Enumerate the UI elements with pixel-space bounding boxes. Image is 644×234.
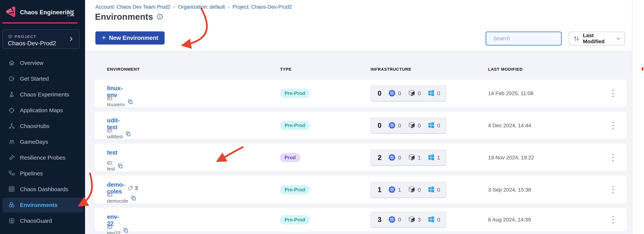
infrastructure-summary[interactable]: 1 1 <box>370 182 446 198</box>
column-header-infrastructure: INFRASTRUCTURE <box>370 67 411 72</box>
kubernetes-count: 0 <box>398 122 401 129</box>
table-header-row: ENVIRONMENT TYPE INFRASTRUCTURE LAST MOD… <box>94 67 627 73</box>
infrastructure-total-count: 1 <box>378 186 382 194</box>
chaos-engineering-app: Chaos Engineering PROJECT Chaos-Dev-Prod… <box>0 0 644 234</box>
windows-count: 0 <box>437 217 440 223</box>
brand-header: Chaos Engineering <box>0 0 85 22</box>
search-input[interactable] <box>493 35 562 42</box>
breadcrumb: Account: Chaos Dev Team Prod2 › Organiza… <box>95 4 292 10</box>
sidebar-item-overview[interactable]: Overview <box>0 55 85 70</box>
svg-text:$: $ <box>412 93 414 95</box>
sidebar-item-environments[interactable]: Environments <box>2 198 83 213</box>
cube-icon <box>8 34 12 39</box>
sidebar-item-get-started[interactable]: Get Started <box>0 71 85 86</box>
breadcrumb-account[interactable]: Account: Chaos Dev Team Prod2 <box>95 4 170 10</box>
flask-icon <box>8 91 15 98</box>
infrastructure-summary[interactable]: 0 0 <box>370 118 446 133</box>
linux-icon: $ <box>408 121 416 130</box>
copy-id-icon[interactable] <box>131 195 136 201</box>
sidebar-item-gamedays[interactable]: GameDays <box>0 134 85 149</box>
sidebar-item-chaos-dashboards[interactable]: Chaos Dashboards <box>0 182 85 197</box>
kubernetes-count: 1 <box>398 187 401 193</box>
windows-icon <box>427 215 435 224</box>
kubernetes-count: 0 <box>398 155 401 161</box>
type-badge: Pre-Prod <box>280 215 310 225</box>
svg-text:$: $ <box>412 125 414 127</box>
environment-id: ID: democole <box>107 192 128 204</box>
breadcrumb-project[interactable]: Project: Chaos-Dev-Prod2 <box>232 4 292 10</box>
environment-name-link[interactable]: test <box>107 149 117 156</box>
new-environment-button[interactable]: + New Environment <box>95 31 164 44</box>
row-menu-button[interactable] <box>610 214 616 226</box>
table-row[interactable]: demo-coles 3 ID: democole <box>94 176 627 204</box>
windows-count: 0 <box>437 187 440 193</box>
sort-dropdown[interactable]: Last Modified <box>569 31 625 45</box>
table-row[interactable]: test ID: test <box>94 144 627 172</box>
tag-count: 3 <box>135 185 138 191</box>
row-menu-button[interactable] <box>610 119 616 132</box>
last-modified-date: 3 Sep 2024, 15:38 <box>488 187 531 193</box>
infrastructure-total-count: 2 <box>378 154 382 162</box>
table-row[interactable]: linux-env ID: linuxenv <box>94 79 627 107</box>
chevron-down-icon <box>616 36 621 41</box>
sidebar-item-chaos-experiments[interactable]: Chaos Experiments <box>0 87 85 102</box>
linux-count: 0 <box>418 90 421 97</box>
kubernetes-icon <box>388 215 396 224</box>
copy-id-icon[interactable] <box>128 99 133 104</box>
module-switcher-icon[interactable] <box>67 10 76 17</box>
row-menu-button[interactable] <box>610 151 616 164</box>
project-selector[interactable]: PROJECT Chaos-Dev-Prod2 <box>2 29 80 49</box>
breadcrumb-separator: › <box>228 4 230 10</box>
sidebar-item-chaoshubs[interactable]: ChaosHubs <box>0 119 85 134</box>
row-menu-button[interactable] <box>610 87 616 100</box>
breadcrumb-organization[interactable]: Organization: default <box>178 4 225 10</box>
breadcrumb-separator: › <box>174 4 175 10</box>
linux-icon: $ <box>408 185 416 194</box>
linux-icon: $ <box>408 215 416 224</box>
type-badge: Pre-Prod <box>280 89 310 98</box>
windows-icon <box>427 89 435 98</box>
sidebar-item-application-maps[interactable]: Application Maps <box>0 103 85 118</box>
dashboard-icon <box>8 186 15 193</box>
table-row[interactable]: env-22 ID: env22 <box>94 208 627 232</box>
copy-id-icon[interactable] <box>126 131 131 137</box>
infrastructure-summary[interactable]: 2 0 <box>370 150 446 166</box>
linux-count: 1 <box>418 155 421 161</box>
environments-list-panel: ENVIRONMENT TYPE INFRASTRUCTURE LAST MOD… <box>86 50 632 234</box>
search-box <box>486 31 562 45</box>
kubernetes-icon <box>388 185 396 194</box>
svg-text:$: $ <box>412 220 414 222</box>
sort-selected-value: Last Modified <box>583 32 613 44</box>
sidebar-item-resilience-probes[interactable]: Resilience Probes <box>0 150 85 165</box>
copy-id-icon[interactable] <box>123 228 129 233</box>
probe-icon <box>8 154 15 161</box>
table-row[interactable]: udit-test ID: udittest <box>94 111 627 139</box>
environment-id: ID: env22 <box>107 225 120 234</box>
kubernetes-count: 0 <box>398 90 401 97</box>
info-icon[interactable] <box>156 13 163 20</box>
row-menu-button[interactable] <box>610 184 616 196</box>
type-badge: Pre-Prod <box>280 121 310 130</box>
column-header-last-modified: LAST MODIFIED <box>488 67 523 72</box>
harness-chaos-logo-icon[interactable] <box>4 5 18 18</box>
windows-count: 0 <box>437 90 440 97</box>
windows-icon <box>427 153 435 162</box>
sidebar-item-pipelines[interactable]: Pipelines <box>0 166 85 181</box>
kubernetes-icon <box>388 121 396 130</box>
infrastructure-summary[interactable]: 0 0 <box>370 85 446 101</box>
tag-icon <box>128 185 133 191</box>
windows-icon <box>427 121 435 130</box>
infrastructure-summary[interactable]: 3 0 <box>370 212 446 228</box>
windows-icon <box>427 186 435 194</box>
sidebar-item-chaosguard[interactable]: ChaosGuard <box>0 213 85 228</box>
windows-count: 1 <box>437 155 440 161</box>
infrastructure-total-count: 3 <box>378 216 382 224</box>
infrastructure-total-count: 0 <box>378 89 382 97</box>
linux-count: 3 <box>418 217 421 223</box>
chevron-right-icon <box>68 36 74 42</box>
project-label: PROJECT <box>14 34 36 39</box>
environment-id: ID: udittest <box>107 128 123 140</box>
linux-icon: $ <box>408 153 416 162</box>
shield-lock-icon <box>8 218 15 224</box>
copy-id-icon[interactable] <box>118 163 123 169</box>
